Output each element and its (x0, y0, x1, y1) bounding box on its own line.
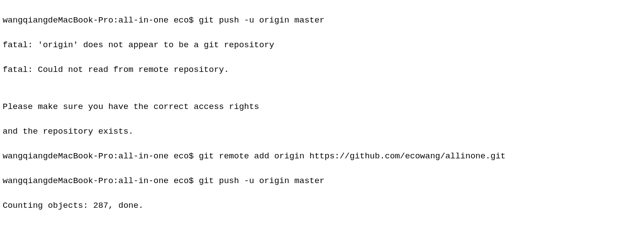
terminal-line: fatal: Could not read from remote reposi… (3, 64, 641, 76)
terminal-line: wangqiangdeMacBook-Pro:all-in-one eco$ g… (3, 150, 641, 162)
terminal-line: wangqiangdeMacBook-Pro:all-in-one eco$ g… (3, 14, 641, 26)
terminal-line: fatal: 'origin' does not appear to be a … (3, 39, 641, 51)
terminal-line: and the repository exists. (3, 125, 641, 138)
command: git remote add origin https://github.com… (199, 151, 506, 161)
prompt: wangqiangdeMacBook-Pro:all-in-one eco$ (3, 151, 199, 161)
terminal-line: Counting objects: 287, done. (3, 199, 641, 212)
terminal-line: wangqiangdeMacBook-Pro:all-in-one eco$ g… (3, 175, 641, 187)
prompt: wangqiangdeMacBook-Pro:all-in-one eco$ (3, 15, 199, 25)
prompt: wangqiangdeMacBook-Pro:all-in-one eco$ (3, 176, 199, 186)
terminal-line: Please make sure you have the correct ac… (3, 101, 641, 113)
terminal-output[interactable]: wangqiangdeMacBook-Pro:all-in-one eco$ g… (0, 0, 644, 225)
command: git push -u origin master (199, 15, 325, 25)
command: git push -u origin master (199, 176, 325, 186)
